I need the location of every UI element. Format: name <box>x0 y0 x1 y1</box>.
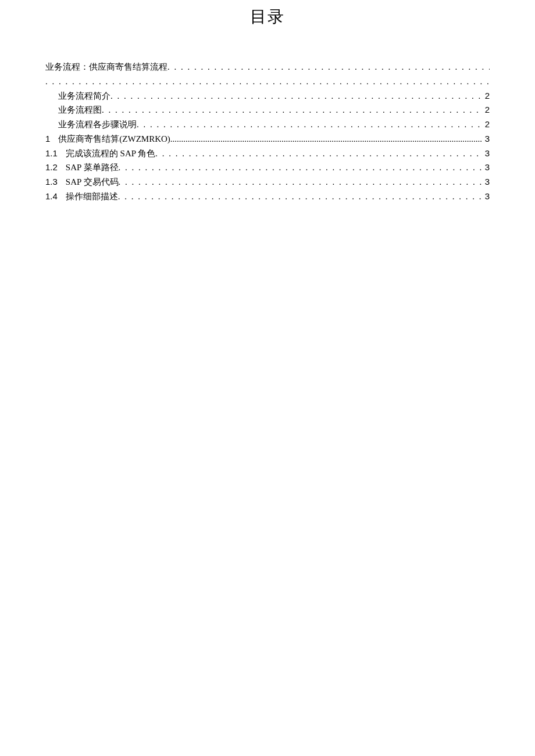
toc-leader <box>119 175 483 189</box>
toc-number: 1.3 <box>45 175 58 189</box>
toc-label: 业务流程各步骤说明 <box>58 117 137 132</box>
toc-leader <box>118 189 483 204</box>
toc-label: SAP 交易代码 <box>66 175 119 189</box>
toc-label: 业务流程图 <box>58 103 102 117</box>
toc-number: 1.2 <box>45 160 58 175</box>
toc-page-number: 3 <box>483 189 490 204</box>
toc-label: 业务流程简介 <box>58 89 110 103</box>
toc-leader <box>170 132 483 146</box>
toc-entry: 1供应商寄售结算(ZWZMRKO)3 <box>45 132 490 146</box>
toc-page-number: 3 <box>483 132 490 146</box>
toc-number: 1.1 <box>45 146 58 161</box>
toc-page-number: 2 <box>483 117 490 132</box>
toc-entry: 1.2SAP 菜单路径3 <box>45 160 490 175</box>
toc-leader <box>102 103 483 117</box>
toc-entry: 业务流程简介2 <box>45 89 490 103</box>
toc-entry: 1.3SAP 交易代码3 <box>45 175 490 189</box>
toc-label: 业务流程：供应商寄售结算流程 <box>45 60 167 74</box>
toc-label: 操作细部描述 <box>66 189 118 204</box>
toc-number: 1.4 <box>45 189 58 204</box>
page-title: 目录 <box>45 6 490 28</box>
toc-entry: 1.4操作细部描述3 <box>45 189 490 204</box>
toc-leader <box>119 160 483 175</box>
toc-page-number: 2 <box>483 103 490 117</box>
toc-leader <box>167 60 490 74</box>
table-of-contents: 业务流程：供应商寄售结算流程 业务流程简介2业务流程图2业务流程各步骤说明21供… <box>45 60 490 204</box>
toc-leader <box>110 89 483 103</box>
toc-label: 供应商寄售结算(ZWZMRKO) <box>58 132 170 146</box>
toc-page-number: 2 <box>483 89 490 103</box>
toc-page-number: 3 <box>483 160 490 175</box>
toc-leader <box>155 146 482 161</box>
toc-label: SAP 菜单路径 <box>66 160 119 175</box>
toc-leader <box>45 74 490 89</box>
toc-page-number: 3 <box>483 146 490 161</box>
page-container: 目录 业务流程：供应商寄售结算流程 业务流程简介2业务流程图2业务流程各步骤说明… <box>0 0 535 204</box>
toc-number: 1 <box>45 132 50 146</box>
toc-leader <box>137 117 483 132</box>
toc-label: 完成该流程的 SAP 角色 <box>66 146 155 161</box>
toc-entry-main-continuation <box>45 74 490 89</box>
toc-entry: 1.1完成该流程的 SAP 角色3 <box>45 146 490 161</box>
toc-entry: 业务流程图2 <box>45 103 490 117</box>
toc-page-number: 3 <box>483 175 490 189</box>
toc-entry-main: 业务流程：供应商寄售结算流程 <box>45 60 490 74</box>
toc-entry: 业务流程各步骤说明2 <box>45 117 490 132</box>
